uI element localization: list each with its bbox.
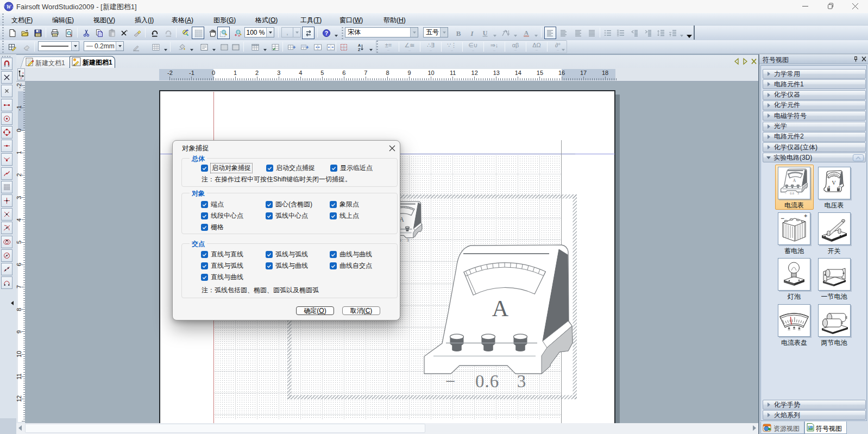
svg-text:I: I xyxy=(470,29,474,37)
svg-text:V: V xyxy=(832,180,836,186)
svg-text:−: − xyxy=(781,215,784,222)
svg-text:W: W xyxy=(7,4,12,10)
svg-text:U: U xyxy=(483,29,488,36)
svg-text:A: A xyxy=(358,43,361,47)
svg-text:A: A xyxy=(524,29,529,35)
svg-text:?: ? xyxy=(324,30,328,36)
svg-text:x: x xyxy=(22,71,24,74)
svg-text:Z: Z xyxy=(358,47,361,51)
svg-text:y: y xyxy=(21,76,22,79)
svg-text:B: B xyxy=(456,29,461,37)
svg-text:+: + xyxy=(804,213,807,219)
